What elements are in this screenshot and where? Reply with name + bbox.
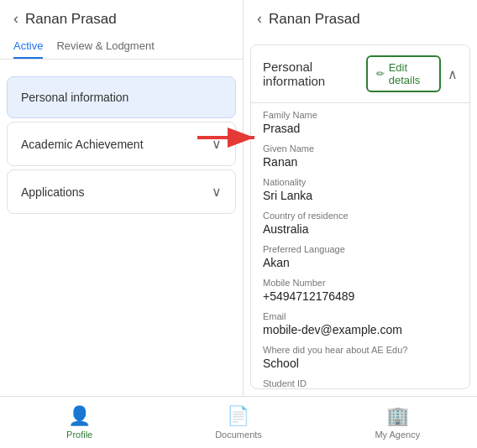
label-given-name: Given Name xyxy=(263,143,458,154)
tab-review-lodgment[interactable]: Review & Lodgment xyxy=(56,34,154,59)
label-preferred-language: Preferred Language xyxy=(263,244,458,254)
label-country-residence: Country of residence xyxy=(263,211,458,221)
tab-active[interactable]: Active xyxy=(13,34,43,59)
documents-icon: 📄 xyxy=(227,405,249,427)
field-mobile-number: Mobile Number +5494712176489 xyxy=(263,278,458,303)
bottom-nav: 👤 Profile 📄 Documents 🏢 My Agency xyxy=(0,396,477,448)
right-panel-name: Ranan Prasad xyxy=(269,11,360,28)
section-body: Family Name Prasad Given Name Ranan Nati… xyxy=(251,103,469,388)
menu-item-personal[interactable]: Personal information xyxy=(7,76,236,118)
label-family-name: Family Name xyxy=(263,110,458,120)
value-hear-about: School xyxy=(263,357,458,370)
menu-items-container: Personal information Academic Achievemen… xyxy=(0,66,243,224)
label-nationality: Nationality xyxy=(263,177,458,187)
left-panel: ‹ Ranan Prasad Active Review & Lodgment … xyxy=(0,0,244,396)
left-header: ‹ Ranan Prasad xyxy=(0,0,243,34)
field-country-residence: Country of residence Australia xyxy=(263,211,458,236)
menu-item-applications-label: Applications xyxy=(21,185,85,199)
profile-icon: 👤 xyxy=(68,405,91,427)
label-hear-about: Where did you hear about AE Edu? xyxy=(263,345,458,355)
section-title: Personal information xyxy=(263,60,366,88)
value-email: mobile-dev@example.com xyxy=(263,323,458,336)
section-header: Personal information ✏ Edit details ∧ xyxy=(251,45,469,103)
menu-item-applications[interactable]: Applications ∨ xyxy=(7,169,236,214)
chevron-up-icon[interactable]: ∧ xyxy=(448,66,458,82)
value-country-residence: Australia xyxy=(263,222,458,236)
left-panel-name: Ranan Prasad xyxy=(25,11,117,28)
menu-item-personal-label: Personal information xyxy=(21,91,128,104)
nav-documents[interactable]: 📄 Documents xyxy=(159,402,317,443)
value-preferred-language: Akan xyxy=(263,256,458,269)
right-panel: ‹ Ranan Prasad Personal information ✏ Ed… xyxy=(244,0,477,396)
value-nationality: Sri Lanka xyxy=(263,189,458,202)
value-family-name: Prasad xyxy=(263,122,458,135)
menu-item-academic-label: Academic Achievement xyxy=(21,138,144,151)
value-mobile-number: +5494712176489 xyxy=(263,289,458,303)
field-nationality: Nationality Sri Lanka xyxy=(263,177,458,202)
label-student-id: Student ID xyxy=(263,378,458,388)
field-email: Email mobile-dev@example.com xyxy=(263,311,458,336)
nav-documents-label: Documents xyxy=(215,430,262,440)
field-hear-about: Where did you hear about AE Edu? School xyxy=(263,345,458,370)
label-mobile-number: Mobile Number xyxy=(263,278,458,288)
section-header-right: ✏ Edit details ∧ xyxy=(366,55,458,92)
menu-item-academic[interactable]: Academic Achievement ∨ xyxy=(7,122,236,166)
right-header: ‹ Ranan Prasad xyxy=(244,0,477,38)
personal-info-section: Personal information ✏ Edit details ∧ Fa… xyxy=(250,44,470,389)
field-given-name: Given Name Ranan xyxy=(263,143,458,169)
value-given-name: Ranan xyxy=(263,155,458,169)
left-back-arrow[interactable]: ‹ xyxy=(13,10,18,28)
edit-details-button[interactable]: ✏ Edit details xyxy=(366,55,441,92)
nav-my-agency[interactable]: 🏢 My Agency xyxy=(318,402,477,443)
label-email: Email xyxy=(263,311,458,321)
edit-icon: ✏ xyxy=(376,68,385,80)
right-back-arrow[interactable]: ‹ xyxy=(257,10,262,28)
nav-agency-label: My Agency xyxy=(375,430,420,440)
chevron-down-icon: ∨ xyxy=(212,136,222,152)
nav-profile[interactable]: 👤 Profile xyxy=(0,402,159,443)
agency-icon: 🏢 xyxy=(386,405,409,427)
nav-profile-label: Profile xyxy=(66,430,92,440)
left-tabs: Active Review & Lodgment xyxy=(0,34,243,60)
edit-details-label: Edit details xyxy=(389,61,431,86)
field-preferred-language: Preferred Language Akan xyxy=(263,244,458,269)
field-student-id: Student ID 1459 xyxy=(263,378,458,388)
chevron-down-icon-2: ∨ xyxy=(212,184,222,200)
field-family-name: Family Name Prasad xyxy=(263,110,458,135)
